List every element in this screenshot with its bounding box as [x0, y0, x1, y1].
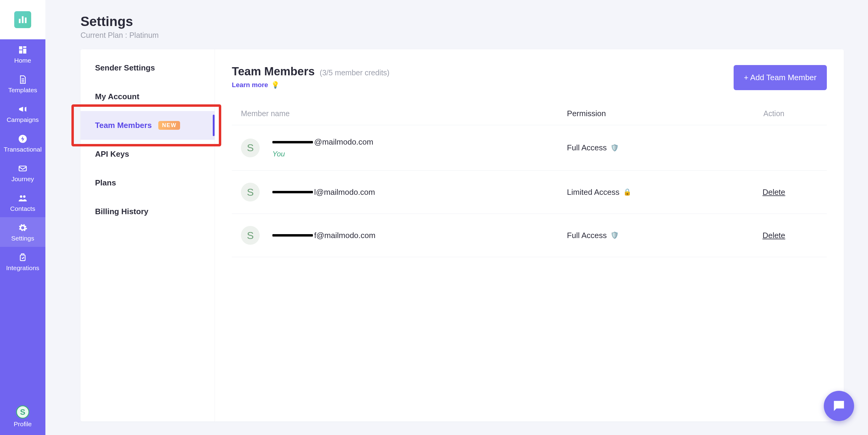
table-row: S l@mailmodo.com Limited Access 🔒 — [232, 171, 827, 214]
subnav-item-label: Sender Settings — [95, 63, 155, 73]
svg-rect-2 — [25, 18, 27, 23]
redacted-text — [272, 141, 313, 143]
subnav-item-label: Team Members — [95, 121, 152, 130]
shield-icon: 🛡️ — [611, 144, 619, 152]
sidebar-item-label: Journey — [11, 175, 34, 183]
chat-fab[interactable] — [824, 391, 854, 421]
svg-rect-5 — [23, 49, 26, 54]
sidebar-item-journey[interactable]: Journey — [0, 158, 45, 188]
team-table: Member name Permission Action S @mailmod… — [232, 102, 827, 257]
settings-panel: Sender Settings My Account Team Members … — [81, 49, 844, 422]
you-label: You — [272, 150, 373, 158]
home-icon — [18, 45, 28, 55]
svg-rect-3 — [19, 46, 22, 49]
app-logo[interactable] — [14, 11, 31, 28]
member-avatar: S — [241, 183, 260, 201]
sidebar-item-label: Profile — [13, 421, 32, 428]
lock-icon: 🔒 — [623, 188, 631, 196]
sidebar-item-campaigns[interactable]: Campaigns — [0, 99, 45, 128]
subnav-item-label: Plans — [95, 178, 116, 188]
member-permission: Full Access 🛡️ — [567, 231, 730, 240]
member-permission: Limited Access 🔒 — [567, 188, 730, 197]
page-subtitle: Current Plan : Platinum — [81, 31, 844, 40]
bolt-icon — [18, 134, 28, 144]
users-icon — [18, 193, 28, 203]
sidebar-item-label: Settings — [11, 235, 34, 242]
table-row: S f@mailmodo.com Full Access 🛡️ — [232, 214, 827, 257]
settings-subnav: Sender Settings My Account Team Members … — [81, 49, 215, 422]
team-members-pane: Team Members (3/5 member credits) Learn … — [215, 49, 844, 422]
member-avatar: S — [241, 138, 260, 157]
subnav-billing-history[interactable]: Billing History — [81, 197, 215, 226]
subnav-team-members[interactable]: Team Members NEW — [81, 111, 215, 140]
subnav-item-label: Billing History — [95, 207, 148, 216]
subnav-item-label: API Keys — [95, 149, 129, 159]
main-sidebar: Home Templates Campaigns Transactional J… — [0, 0, 45, 435]
subnav-item-label: My Account — [95, 92, 139, 101]
sidebar-item-home[interactable]: Home — [0, 39, 45, 69]
svg-rect-1 — [22, 16, 24, 23]
mail-icon — [18, 163, 28, 174]
sidebar-item-templates[interactable]: Templates — [0, 69, 45, 99]
member-avatar: S — [241, 226, 260, 245]
email-suffix: l@mailmodo.com — [314, 188, 375, 197]
svg-point-9 — [20, 195, 22, 198]
subnav-api-keys[interactable]: API Keys — [81, 140, 215, 168]
redacted-text — [272, 234, 313, 237]
profile-avatar: S — [16, 405, 29, 419]
sidebar-item-contacts[interactable]: Contacts — [0, 188, 45, 217]
sidebar-item-label: Home — [14, 57, 31, 64]
sidebar-item-settings[interactable]: Settings — [0, 217, 45, 247]
member-email: l@mailmodo.com — [272, 188, 375, 197]
integrations-icon — [18, 252, 28, 263]
bulb-icon: 💡 — [271, 81, 279, 89]
subnav-sender-settings[interactable]: Sender Settings — [81, 54, 215, 82]
page-title: Settings — [81, 14, 844, 29]
file-icon — [18, 74, 28, 85]
svg-rect-4 — [23, 46, 26, 48]
email-suffix: @mailmodo.com — [314, 137, 373, 147]
main-content: Settings Current Plan : Platinum Sender … — [45, 0, 868, 435]
sidebar-item-label: Integrations — [6, 264, 39, 272]
svg-rect-6 — [19, 50, 22, 54]
delete-button[interactable]: Delete — [763, 188, 785, 197]
svg-rect-11 — [20, 255, 25, 261]
delete-button[interactable]: Delete — [763, 231, 785, 240]
svg-rect-0 — [19, 19, 21, 23]
megaphone-icon — [18, 104, 28, 114]
redacted-text — [272, 191, 313, 193]
logo-area — [0, 0, 45, 39]
col-header-action: Action — [730, 109, 818, 118]
sidebar-item-label: Contacts — [10, 205, 35, 212]
sidebar-item-label: Transactional — [4, 146, 41, 153]
col-header-name: Member name — [241, 109, 567, 118]
member-permission: Full Access 🛡️ — [567, 143, 730, 153]
svg-rect-8 — [19, 166, 26, 171]
pane-header: Team Members (3/5 member credits) Learn … — [232, 65, 827, 90]
table-row: S @mailmodo.com You Full Access 🛡️ — [232, 125, 827, 171]
shield-icon: 🛡️ — [611, 231, 619, 239]
bars-icon — [18, 14, 28, 25]
new-badge: NEW — [158, 121, 180, 130]
learn-more-text: Learn more — [232, 81, 268, 89]
col-header-permission: Permission — [567, 109, 730, 118]
sidebar-item-label: Campaigns — [7, 116, 39, 124]
member-email: @mailmodo.com — [272, 137, 373, 147]
table-header: Member name Permission Action — [232, 102, 827, 125]
member-email: f@mailmodo.com — [272, 231, 376, 240]
svg-point-10 — [23, 195, 25, 198]
sidebar-item-label: Templates — [8, 87, 37, 94]
add-team-member-button[interactable]: + Add Team Member — [734, 65, 827, 90]
subnav-my-account[interactable]: My Account — [81, 82, 215, 111]
subnav-plans[interactable]: Plans — [81, 168, 215, 197]
learn-more-link[interactable]: Learn more 💡 — [232, 81, 390, 89]
sidebar-item-transactional[interactable]: Transactional — [0, 128, 45, 158]
gear-icon — [18, 223, 28, 233]
chat-icon — [831, 398, 846, 413]
sidebar-profile[interactable]: S Profile — [13, 400, 32, 435]
email-suffix: f@mailmodo.com — [314, 231, 376, 240]
pane-title: Team Members — [232, 65, 315, 78]
member-credits: (3/5 member credits) — [319, 68, 390, 77]
sidebar-item-integrations[interactable]: Integrations — [0, 247, 45, 276]
